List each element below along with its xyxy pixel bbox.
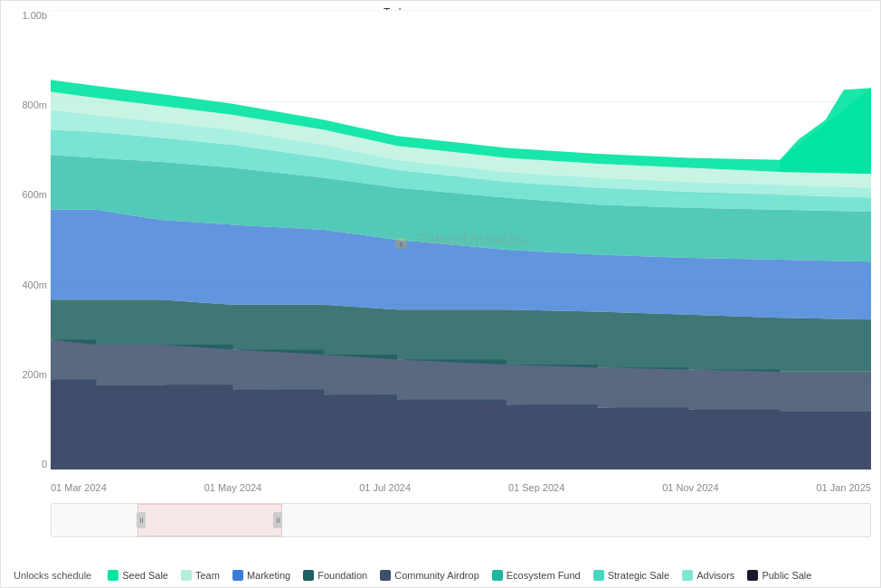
legend-item-team: Team [181, 570, 220, 581]
legend-label-advisors: Advisors [696, 570, 734, 581]
legend: Unlocks schedule Seed Sale Team Marketin… [10, 568, 871, 583]
legend-label-strategic-sale: Strategic Sale [608, 570, 669, 581]
chart-container: Chart in UTC + 00:00 Time Today 1.00b 80… [0, 0, 881, 588]
scroll-handle-right[interactable]: ⏸ [273, 512, 282, 528]
y-label-0: 0 [10, 459, 51, 469]
scrollbar[interactable]: ⏸ ⏸ [51, 503, 871, 537]
x-label-sep: 01 Sep 2024 [508, 482, 564, 493]
y-label-800: 800m [10, 100, 51, 110]
legend-label-community-airdrop: Community Airdrop [394, 570, 479, 581]
svg-marker-15 [780, 88, 871, 174]
scrollbar-selection [137, 504, 282, 536]
legend-label-seed-sale: Seed Sale [122, 570, 168, 581]
legend-label-marketing: Marketing [247, 570, 290, 581]
y-label-1000: 1.00b [10, 10, 51, 21]
legend-label-ecosystem-fund: Ecosystem Fund [507, 570, 581, 581]
legend-label-team: Team [195, 570, 220, 581]
legend-item-ecosystem-fund: Ecosystem Fund [492, 570, 581, 581]
legend-item-advisors: Advisors [682, 570, 734, 581]
y-label-600: 600m [10, 189, 51, 200]
legend-item-strategic-sale: Strategic Sale [593, 570, 669, 581]
legend-item-marketing: Marketing [232, 570, 290, 581]
legend-item-community-airdrop: Community Airdrop [380, 570, 479, 581]
x-label-nov: 01 Nov 2024 [662, 482, 718, 493]
scroll-handle-left[interactable]: ⏸ [137, 512, 146, 528]
legend-dot-foundation [303, 570, 314, 581]
y-label-200: 200m [10, 369, 51, 380]
legend-dot-public-sale [747, 570, 758, 581]
legend-dot-advisors [682, 570, 693, 581]
legend-item-public-sale: Public Sale [747, 570, 811, 581]
x-label-jan: 01 Jan 2025 [816, 482, 871, 493]
legend-dot-marketing [232, 570, 243, 581]
legend-item-seed-sale: Seed Sale [108, 570, 168, 581]
legend-label-public-sale: Public Sale [762, 570, 811, 581]
chart-area: 🔒TokenUnlocks. [51, 10, 871, 469]
chart-svg [51, 10, 871, 469]
x-label-may: 01 May 2024 [204, 482, 262, 493]
legend-label-foundation: Foundation [317, 570, 367, 581]
legend-dot-team [181, 570, 192, 581]
x-label-jul: 01 Jul 2024 [359, 482, 411, 493]
legend-dot-ecosystem-fund [492, 570, 503, 581]
legend-dot-community-airdrop [380, 570, 391, 581]
legend-dot-seed-sale [108, 570, 118, 581]
x-axis: 01 Mar 2024 01 May 2024 01 Jul 2024 01 S… [51, 479, 871, 497]
y-label-400: 400m [10, 280, 51, 290]
x-label-mar: 01 Mar 2024 [51, 482, 107, 493]
y-axis: 1.00b 800m 600m 400m 200m 0 [10, 10, 51, 469]
legend-dot-strategic-sale [593, 570, 604, 581]
legend-prefix-label: Unlocks schedule [14, 570, 91, 581]
legend-item-foundation: Foundation [303, 570, 367, 581]
